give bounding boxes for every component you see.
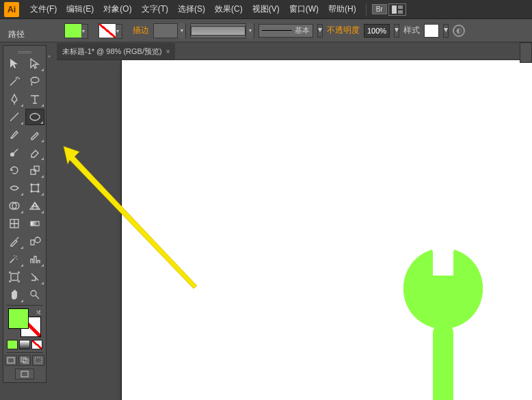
stroke-label[interactable]: 描边 (133, 25, 149, 36)
color-mode-row (5, 340, 44, 349)
brush-name: 基本 (295, 25, 310, 36)
rotate-tool[interactable] (5, 162, 24, 178)
color-mode-solid[interactable] (7, 340, 18, 349)
svg-point-12 (38, 191, 39, 192)
document-tab-close-icon[interactable]: × (166, 48, 170, 55)
screen-mode-button[interactable] (15, 369, 34, 379)
draw-behind-icon[interactable] (18, 355, 31, 366)
ellipse-tool[interactable] (25, 109, 44, 125)
artwork-wrench-shape[interactable] (399, 248, 488, 400)
eraser-tool[interactable] (25, 144, 44, 161)
brush-dropdown[interactable]: ▾ (317, 24, 323, 38)
selection-tool[interactable] (5, 55, 24, 72)
stroke-weight-select[interactable]: ▾ (153, 23, 186, 38)
panel-grip-icon[interactable] (48, 48, 55, 55)
menu-object[interactable]: 对象(O) (99, 1, 135, 18)
blend-tool[interactable] (25, 233, 44, 250)
free-transform-tool[interactable] (25, 180, 44, 196)
bridge-button[interactable]: Br (372, 4, 387, 14)
menu-effect[interactable]: 效果(C) (211, 1, 247, 18)
lasso-tool[interactable] (25, 73, 44, 90)
svg-rect-7 (34, 166, 39, 171)
direct-selection-tool[interactable] (25, 55, 44, 72)
menu-separator (366, 3, 367, 16)
gradient-tool[interactable] (25, 215, 44, 232)
draw-mode-row (5, 355, 44, 366)
arrange-documents-button[interactable] (388, 3, 406, 16)
symbol-sprayer-tool[interactable] (5, 251, 24, 267)
svg-point-10 (38, 184, 39, 185)
fill-swatch-dropdown[interactable] (81, 24, 88, 39)
menu-type[interactable]: 文字(T) (137, 1, 172, 18)
svg-rect-24 (35, 358, 42, 363)
svg-rect-29 (433, 323, 453, 400)
menu-view[interactable]: 视图(V) (248, 1, 284, 18)
variable-width-profile[interactable]: ▾ (190, 23, 254, 38)
control-bar: 路径 描边 ▾ ▾ 基本 ▾ 不透明度 100% ▾ 样式 ▾ ◐ (0, 19, 532, 42)
tools-divider-2 (6, 352, 43, 353)
svg-point-18 (35, 237, 40, 243)
scale-tool[interactable] (25, 162, 44, 178)
tools-divider (6, 305, 43, 306)
color-mode-gradient[interactable] (19, 340, 30, 349)
mesh-tool[interactable] (5, 215, 24, 232)
graphic-style-dropdown[interactable]: ▾ (443, 24, 449, 38)
zoom-tool[interactable] (25, 286, 44, 303)
slice-tool[interactable] (25, 269, 44, 285)
draw-normal-icon[interactable] (5, 355, 17, 366)
artboard-tool[interactable] (5, 269, 24, 285)
line-tool[interactable] (5, 109, 24, 125)
shape-builder-tool[interactable] (5, 198, 24, 214)
fill-color-swatch[interactable] (8, 308, 29, 329)
color-mode-none[interactable] (31, 340, 42, 349)
type-tool[interactable] (25, 91, 44, 107)
eyedropper-tool[interactable] (5, 233, 24, 250)
tools-panel-drag-handle[interactable] (5, 49, 44, 55)
svg-rect-28 (433, 248, 453, 276)
fill-swatch[interactable] (64, 23, 82, 38)
canvas-area[interactable] (57, 60, 532, 400)
svg-rect-0 (392, 5, 397, 14)
magic-wand-tool[interactable] (5, 73, 24, 90)
blob-brush-tool[interactable] (5, 144, 24, 161)
svg-rect-16 (31, 222, 39, 226)
menu-bar: Ai 文件(F) 编辑(E) 对象(O) 文字(T) 选择(S) 效果(C) 视… (0, 0, 532, 19)
menu-file[interactable]: 文件(F) (26, 1, 61, 18)
svg-rect-17 (31, 240, 34, 245)
stroke-swatch-dropdown[interactable] (116, 24, 122, 39)
opacity-label[interactable]: 不透明度 (327, 25, 360, 36)
opacity-dropdown[interactable]: ▾ (394, 24, 399, 38)
width-tool[interactable] (5, 180, 24, 196)
menu-edit[interactable]: 编辑(E) (62, 1, 98, 18)
svg-rect-25 (21, 371, 28, 377)
fill-stroke-swatch[interactable]: ⤭ (8, 308, 41, 337)
menu-select[interactable]: 选择(S) (174, 1, 209, 18)
paintbrush-tool[interactable] (5, 126, 24, 143)
stroke-profile-dropdown[interactable]: ▾ (245, 23, 254, 38)
menu-window[interactable]: 窗口(W) (285, 1, 323, 18)
stroke-weight-dropdown[interactable]: ▾ (177, 23, 185, 38)
menu-help[interactable]: 帮助(H) (324, 1, 360, 18)
app-logo: Ai (4, 2, 19, 17)
svg-rect-8 (31, 185, 38, 191)
svg-point-4 (30, 114, 40, 120)
svg-point-20 (31, 291, 36, 296)
perspective-grid-tool[interactable] (25, 198, 44, 214)
selection-type-label: 路径 (8, 29, 25, 40)
recolor-artwork-icon[interactable]: ◐ (453, 25, 465, 37)
pen-tool[interactable] (5, 91, 24, 107)
graphic-style-swatch[interactable] (424, 24, 439, 38)
column-graph-tool[interactable] (25, 251, 44, 267)
hand-tool[interactable] (5, 286, 24, 303)
draw-inside-icon[interactable] (32, 355, 44, 366)
document-tab[interactable]: 未标题-1* @ 98% (RGB/预览) × (57, 43, 175, 59)
stroke-swatch[interactable] (98, 23, 116, 38)
svg-point-3 (31, 77, 39, 83)
swap-fill-stroke-icon[interactable]: ⤭ (36, 308, 41, 316)
pencil-tool[interactable] (25, 126, 44, 143)
right-panel-dock[interactable] (520, 42, 532, 63)
brush-definition[interactable]: 基本 (258, 24, 313, 38)
svg-rect-1 (398, 5, 403, 9)
opacity-field[interactable]: 100% (364, 24, 390, 38)
svg-point-9 (31, 184, 32, 185)
